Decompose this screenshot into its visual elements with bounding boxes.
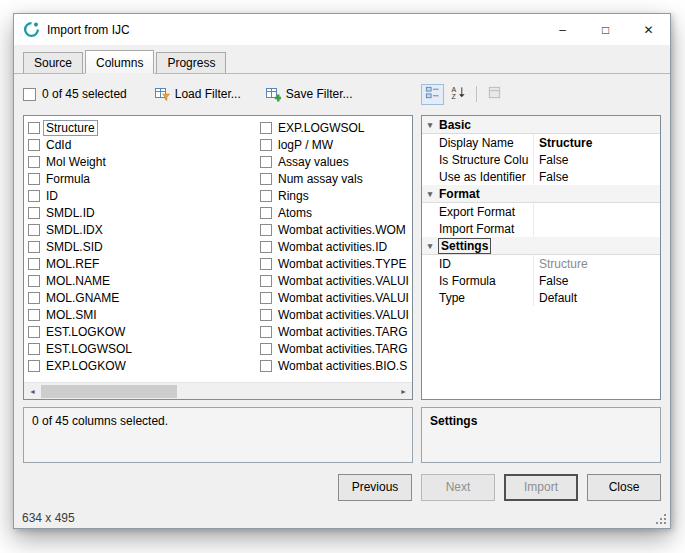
column-checkbox[interactable] xyxy=(260,241,272,253)
column-checkbox[interactable] xyxy=(260,292,272,304)
scrollbar-thumb[interactable] xyxy=(41,385,177,398)
tab-source[interactable]: Source xyxy=(23,52,83,74)
column-checkbox[interactable] xyxy=(260,173,272,185)
column-item[interactable]: EST.LOGKOW xyxy=(28,323,260,340)
scroll-left-arrow-icon[interactable]: ◄ xyxy=(24,383,41,400)
column-checkbox[interactable] xyxy=(260,207,272,219)
column-checkbox[interactable] xyxy=(28,207,40,219)
column-checkbox[interactable] xyxy=(260,224,272,236)
column-checkbox[interactable] xyxy=(260,122,272,134)
resize-grip[interactable] xyxy=(655,513,667,525)
column-item[interactable]: SMDL.SID xyxy=(28,238,260,255)
select-all-checkbox[interactable] xyxy=(23,88,36,101)
property-row[interactable]: TypeDefault xyxy=(422,289,660,306)
property-row[interactable]: Import Format xyxy=(422,220,660,237)
column-item[interactable]: ID xyxy=(28,187,260,204)
column-checkbox[interactable] xyxy=(28,224,40,236)
column-item[interactable]: EXP.LOGWSOL xyxy=(260,119,410,136)
property-row[interactable]: Use as IdentifierFalse xyxy=(422,168,660,185)
column-checkbox[interactable] xyxy=(260,275,272,287)
property-value[interactable]: False xyxy=(534,153,660,167)
property-category-basic[interactable]: ▾Basic xyxy=(422,116,660,134)
property-value[interactable]: False xyxy=(534,274,660,288)
titlebar[interactable]: Import from IJC – □ ✕ xyxy=(14,14,670,45)
column-checkbox[interactable] xyxy=(260,190,272,202)
sort-alphabetical-button[interactable]: A Z xyxy=(447,84,470,105)
load-filter-button[interactable]: Load Filter... xyxy=(145,82,250,106)
property-value[interactable]: Structure xyxy=(534,136,660,150)
save-filter-button[interactable]: Save Filter... xyxy=(256,82,362,106)
column-item[interactable]: Assay values xyxy=(260,153,410,170)
close-button[interactable]: Close xyxy=(587,474,661,501)
property-value[interactable]: Structure xyxy=(534,257,660,271)
close-window-button[interactable]: ✕ xyxy=(627,14,670,45)
column-item[interactable]: logP / MW xyxy=(260,136,410,153)
property-value[interactable]: Default xyxy=(534,291,660,305)
column-checkbox[interactable] xyxy=(260,343,272,355)
tab-progress[interactable]: Progress xyxy=(156,52,226,74)
column-item[interactable]: EST.LOGWSOL xyxy=(28,340,260,357)
categorized-view-button[interactable] xyxy=(421,84,444,105)
column-item[interactable]: Wombat activities.TYPE xyxy=(260,255,410,272)
next-button[interactable]: Next xyxy=(421,474,495,501)
column-item[interactable]: Wombat activities.TARG xyxy=(260,323,410,340)
column-item[interactable]: Num assay vals xyxy=(260,170,410,187)
column-checkbox[interactable] xyxy=(28,326,40,338)
chevron-down-icon[interactable]: ▾ xyxy=(425,120,435,130)
property-value[interactable]: False xyxy=(534,170,660,184)
column-checkbox[interactable] xyxy=(28,139,40,151)
column-item[interactable]: MOL.REF xyxy=(28,255,260,272)
property-row[interactable]: IDStructure xyxy=(422,255,660,272)
tab-columns[interactable]: Columns xyxy=(85,50,154,74)
column-checkbox[interactable] xyxy=(28,258,40,270)
column-item[interactable]: MOL.NAME xyxy=(28,272,260,289)
maximize-button[interactable]: □ xyxy=(584,14,627,45)
property-row[interactable]: Display NameStructure xyxy=(422,134,660,151)
column-checkbox[interactable] xyxy=(28,173,40,185)
column-checkbox[interactable] xyxy=(260,326,272,338)
column-item[interactable]: SMDL.ID xyxy=(28,204,260,221)
column-checkbox[interactable] xyxy=(28,156,40,168)
column-checkbox[interactable] xyxy=(28,190,40,202)
scroll-right-arrow-icon[interactable]: ► xyxy=(395,383,412,400)
column-checkbox[interactable] xyxy=(260,139,272,151)
chevron-down-icon[interactable]: ▾ xyxy=(425,241,435,251)
column-checkbox[interactable] xyxy=(260,360,272,372)
column-item[interactable]: Atoms xyxy=(260,204,410,221)
column-checkbox[interactable] xyxy=(28,360,40,372)
chevron-down-icon[interactable]: ▾ xyxy=(425,189,435,199)
minimize-button[interactable]: – xyxy=(541,14,584,45)
column-item[interactable]: Rings xyxy=(260,187,410,204)
column-item[interactable]: Wombat activities.WOM xyxy=(260,221,410,238)
column-checkbox[interactable] xyxy=(260,258,272,270)
column-item[interactable]: Wombat activities.VALUI xyxy=(260,272,410,289)
column-checkbox[interactable] xyxy=(28,292,40,304)
horizontal-scrollbar[interactable]: ◄ ► xyxy=(24,382,412,399)
column-item[interactable]: EXP.LOGKOW xyxy=(28,357,260,374)
column-checkbox[interactable] xyxy=(28,309,40,321)
column-item[interactable]: MOL.GNAME xyxy=(28,289,260,306)
property-row[interactable]: Is Structure ColuFalse xyxy=(422,151,660,168)
column-checkbox[interactable] xyxy=(260,156,272,168)
import-button[interactable]: Import xyxy=(504,474,578,501)
column-item[interactable]: Wombat activities.TARG xyxy=(260,340,410,357)
column-checkbox[interactable] xyxy=(28,275,40,287)
column-item[interactable]: Wombat activities.VALUI xyxy=(260,306,410,323)
column-checkbox[interactable] xyxy=(28,343,40,355)
column-item[interactable]: Mol Weight xyxy=(28,153,260,170)
property-category-format[interactable]: ▾Format xyxy=(422,185,660,203)
column-item[interactable]: Wombat activities.BIO.S xyxy=(260,357,410,374)
property-category-settings[interactable]: ▾Settings xyxy=(422,237,660,255)
property-row[interactable]: Export Format xyxy=(422,203,660,220)
previous-button[interactable]: Previous xyxy=(338,474,412,501)
column-item[interactable]: MOL.SMI xyxy=(28,306,260,323)
column-item[interactable]: Structure xyxy=(28,119,260,136)
column-item[interactable]: Formula xyxy=(28,170,260,187)
column-item[interactable]: Wombat activities.ID xyxy=(260,238,410,255)
column-item[interactable]: Wombat activities.VALUI xyxy=(260,289,410,306)
property-row[interactable]: Is FormulaFalse xyxy=(422,272,660,289)
column-item[interactable]: SMDL.IDX xyxy=(28,221,260,238)
column-item[interactable]: CdId xyxy=(28,136,260,153)
column-checkbox[interactable] xyxy=(28,241,40,253)
column-checkbox[interactable] xyxy=(260,309,272,321)
